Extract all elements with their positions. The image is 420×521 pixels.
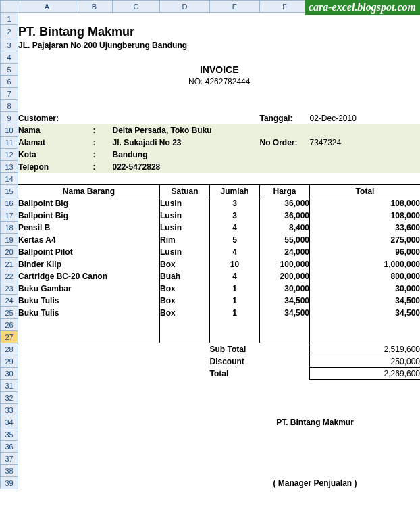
row-header[interactable]: 3: [1, 39, 18, 51]
row-header[interactable]: 31: [1, 380, 18, 392]
row-header[interactable]: 38: [1, 465, 18, 477]
item-harga: 36,000: [260, 197, 310, 209]
item-total: 1,000,000: [310, 258, 421, 270]
item-nama: Pensil B: [18, 222, 160, 234]
row-header[interactable]: 37: [1, 453, 18, 465]
cust-field-value: Delta Persada, Toko Buku: [113, 124, 260, 137]
row-header[interactable]: 26: [1, 319, 18, 331]
row-header[interactable]: 10: [1, 124, 18, 137]
item-total: 33,600: [310, 222, 421, 234]
corner-cell[interactable]: [1, 1, 18, 13]
th-satuan: Satuan: [160, 185, 210, 197]
row-header[interactable]: 12: [1, 149, 18, 161]
item-nama: Ballpoint Big: [18, 209, 160, 222]
row-header[interactable]: 1: [1, 13, 18, 25]
item-jumlah: 4: [210, 246, 260, 258]
th-total: Total: [310, 185, 421, 197]
row-header[interactable]: 39: [1, 477, 18, 489]
row-header[interactable]: 28: [1, 343, 18, 355]
item-satuan: Box: [160, 295, 210, 307]
subtotal-label: Sub Total: [210, 343, 310, 355]
row-header[interactable]: 14: [1, 173, 18, 185]
row-header[interactable]: 24: [1, 295, 18, 307]
invoice-title: INVOICE: [18, 64, 421, 76]
row-header[interactable]: 35: [1, 428, 18, 441]
item-satuan: Rim: [160, 234, 210, 246]
row-header[interactable]: 23: [1, 282, 18, 295]
subtotal-value: 2,519,600: [310, 343, 421, 355]
col-header[interactable]: C: [113, 1, 160, 13]
cust-field-value: Bandung: [113, 149, 260, 161]
row-header[interactable]: 30: [1, 368, 18, 380]
col-header[interactable]: B: [76, 1, 113, 13]
row-header[interactable]: 18: [1, 222, 18, 234]
row-header[interactable]: 17: [1, 209, 18, 222]
item-satuan: Box: [160, 258, 210, 270]
col-header[interactable]: E: [210, 1, 260, 13]
watermark: cara-excel.blogspot.com: [305, 0, 420, 15]
item-total: 34,500: [310, 295, 421, 307]
row-header[interactable]: 36: [1, 441, 18, 453]
item-nama: Kertas A4: [18, 234, 160, 246]
item-nama: Buku Tulis: [18, 295, 160, 307]
cust-field-label: Telepon: [18, 161, 76, 173]
row-header[interactable]: 21: [1, 258, 18, 270]
item-satuan: Lusin: [160, 222, 210, 234]
row-header-selected[interactable]: 27: [1, 331, 18, 343]
item-satuan: Box: [160, 282, 210, 295]
row-header[interactable]: 8: [1, 100, 18, 112]
total-value: 2,269,600: [310, 368, 421, 380]
row-header[interactable]: 7: [1, 88, 18, 100]
item-harga: 100,000: [260, 258, 310, 270]
item-satuan: Lusin: [160, 246, 210, 258]
row-header[interactable]: 13: [1, 161, 18, 173]
item-nama: Buku Tulis: [18, 307, 160, 319]
noorder-label: No Order:: [260, 137, 310, 149]
cust-field-label: Alamat: [18, 137, 76, 149]
col-header[interactable]: F: [260, 1, 310, 13]
sign-company: PT. Bintang Makmur: [210, 416, 421, 428]
row-header[interactable]: 20: [1, 246, 18, 258]
item-satuan: Box: [160, 307, 210, 319]
row-header[interactable]: 11: [1, 137, 18, 149]
total-label: Total: [210, 368, 310, 380]
row-header[interactable]: 33: [1, 404, 18, 416]
item-nama: Cartridge BC-20 Canon: [18, 270, 160, 282]
th-jumlah: Jumlah: [210, 185, 260, 197]
item-harga: 36,000: [260, 209, 310, 222]
row-header[interactable]: 2: [1, 25, 18, 39]
col-header[interactable]: A: [18, 1, 76, 13]
row-header[interactable]: 15: [1, 185, 18, 197]
discount-label: Discount: [210, 355, 310, 368]
row-header[interactable]: 16: [1, 197, 18, 209]
table-row: 19Kertas A4Rim555,000275,000: [1, 234, 421, 246]
row-header[interactable]: 5: [1, 64, 18, 76]
item-nama: Ballpoint Big: [18, 197, 160, 209]
item-total: 275,000: [310, 234, 421, 246]
row-header[interactable]: 4: [1, 51, 18, 64]
row-header[interactable]: 19: [1, 234, 18, 246]
col-header[interactable]: D: [160, 1, 210, 13]
item-satuan: Buah: [160, 270, 210, 282]
row-header[interactable]: 34: [1, 416, 18, 428]
row-header[interactable]: 6: [1, 76, 18, 88]
row-header[interactable]: 25: [1, 307, 18, 319]
item-nama: Buku Gambar: [18, 282, 160, 295]
table-row: 25Buku TulisBox134,50034,500: [1, 307, 421, 319]
discount-value: 250,000: [310, 355, 421, 368]
cust-sep: :: [76, 137, 113, 149]
cust-sep: :: [76, 161, 113, 173]
company-name: PT. Bintang Makmur: [18, 25, 421, 39]
row-header[interactable]: 9: [1, 112, 18, 124]
cust-sep: :: [76, 149, 113, 161]
row-header[interactable]: 29: [1, 355, 18, 368]
row-header[interactable]: 22: [1, 270, 18, 282]
item-total: 96,000: [310, 246, 421, 258]
item-total: 30,000: [310, 282, 421, 295]
customer-heading: Customer:: [18, 112, 260, 124]
row-header[interactable]: 32: [1, 392, 18, 404]
item-harga: 200,000: [260, 270, 310, 282]
item-nama: Ballpoint Pilot: [18, 246, 160, 258]
table-row: 16Ballpoint BigLusin336,000108,000: [1, 197, 421, 209]
cust-field-value: Jl. Sukajadi No 23: [113, 137, 260, 149]
